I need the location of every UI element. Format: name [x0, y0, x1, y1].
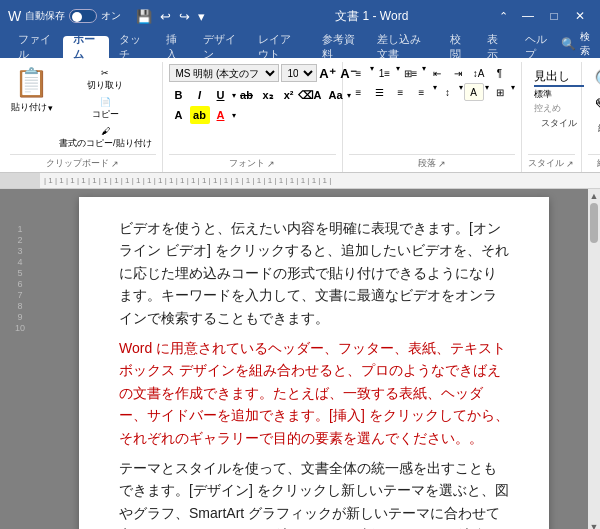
cut-button[interactable]: ✂ 切り取り: [55, 66, 156, 94]
tab-home[interactable]: ホーム: [63, 36, 109, 58]
ribbon-tabs-right: 🔍 検索: [561, 30, 592, 58]
ribbon-group-editing: 🔍✎ 編集 編集: [582, 62, 600, 172]
clipboard-expand-icon[interactable]: ↗: [111, 159, 119, 169]
styles-label-group: スタイル ↗: [528, 154, 575, 172]
bold-button[interactable]: B: [169, 86, 189, 104]
line-number: 5: [17, 268, 22, 278]
paste-label: 貼り付け: [11, 101, 47, 114]
line-spacing-button[interactable]: ↕: [438, 83, 458, 101]
paragraph-content: ≡ ▾ 1≡ ▾ ⊞≡ ▾ ⇤ ⇥ ↕A ¶ ≡ ☰ ≡ ≡ ▾: [349, 64, 515, 152]
format-painter-label: 書式のコピー/貼り付け: [59, 137, 152, 150]
multilevel-dropdown[interactable]: ▾: [422, 64, 426, 82]
text-highlight-button[interactable]: ab: [190, 106, 210, 124]
sort-button[interactable]: ↕A: [469, 64, 489, 82]
justify-button[interactable]: ≡: [412, 83, 432, 101]
tab-design[interactable]: デザイン: [193, 36, 248, 58]
superscript-button[interactable]: x²: [279, 86, 299, 104]
redo-button[interactable]: ↪: [176, 7, 193, 26]
editing-icon: 🔍✎: [594, 68, 600, 120]
border-dropdown[interactable]: ▾: [511, 83, 515, 101]
ruler-left-margin: [0, 173, 40, 188]
paste-button[interactable]: 📋: [10, 64, 53, 101]
tab-view[interactable]: 表示: [477, 36, 515, 58]
underline-button[interactable]: U: [211, 86, 231, 104]
line-number: 4: [17, 257, 22, 267]
line-number: 1: [17, 224, 22, 234]
autosave-toggle[interactable]: [69, 9, 97, 23]
justify-dropdown[interactable]: ▾: [433, 83, 437, 101]
tab-mailings[interactable]: 差し込み文書: [367, 36, 440, 58]
align-center-button[interactable]: ☰: [370, 83, 390, 101]
scroll-down-button[interactable]: ▼: [590, 522, 599, 529]
styles-group-label: スタイル: [528, 157, 564, 170]
autosave-area: 自動保存 オン: [25, 9, 121, 23]
shading-dropdown[interactable]: ▾: [485, 83, 489, 101]
paste-icon: 📋: [14, 66, 49, 99]
font-color-button[interactable]: A: [211, 106, 231, 124]
format-painter-icon: 🖌: [101, 126, 110, 136]
scrollbar-thumb[interactable]: [590, 203, 598, 243]
customize-button[interactable]: ▾: [195, 7, 208, 26]
decrease-indent-button[interactable]: ⇤: [427, 64, 447, 82]
paste-dropdown-icon[interactable]: ▾: [48, 103, 53, 113]
font-clear-button[interactable]: ⌫A: [300, 86, 320, 104]
paste-section: 📋 貼り付け ▾: [10, 64, 53, 114]
tab-references[interactable]: 参考資料: [312, 36, 367, 58]
ribbon: 📋 貼り付け ▾ ✂ 切り取り 📄 コピー 🖌 書式のコピー/: [0, 58, 600, 173]
maximize-button[interactable]: □: [542, 4, 566, 28]
ribbon-tabs: ファイル ホーム タッチ 挿入 デザイン レイアウト 参考資料 差し込み文書 校…: [0, 32, 600, 58]
tab-help[interactable]: ヘルプ: [515, 36, 561, 58]
ribbon-group-paragraph: ≡ ▾ 1≡ ▾ ⊞≡ ▾ ⇤ ⇥ ↕A ¶ ≡ ☰ ≡ ≡ ▾: [343, 62, 522, 172]
numbering-button[interactable]: 1≡: [375, 64, 395, 82]
save-button[interactable]: 💾: [133, 7, 155, 26]
para-buttons-container: ≡ ▾ 1≡ ▾ ⊞≡ ▾ ⇤ ⇥ ↕A ¶ ≡ ☰ ≡ ≡ ▾: [349, 64, 515, 101]
increase-indent-button[interactable]: ⇥: [448, 64, 468, 82]
editing-button[interactable]: 🔍✎ 編集: [588, 64, 600, 139]
align-left-button[interactable]: ≡: [349, 83, 369, 101]
undo-button[interactable]: ↩: [157, 7, 174, 26]
document-scroll[interactable]: ビデオを使うと、伝えたい内容を明確に表現できます。[オンライン ビデオ] をクリ…: [40, 189, 588, 529]
tab-insert[interactable]: 挿入: [156, 36, 194, 58]
ribbon-group-font: MS 明朝 (本文のフォント・ 10.5 A⁺ A⁻ B I: [163, 62, 343, 172]
format-painter-button[interactable]: 🖌 書式のコピー/貼り付け: [55, 124, 156, 152]
spacing-dropdown[interactable]: ▾: [459, 83, 463, 101]
font-color-dropdown[interactable]: ▾: [232, 111, 236, 120]
copy-button[interactable]: 📄 コピー: [55, 95, 156, 123]
scroll-up-button[interactable]: ▲: [590, 191, 599, 201]
minimize-button[interactable]: —: [516, 4, 540, 28]
bullets-button[interactable]: ≡: [349, 64, 369, 82]
text-effect-button[interactable]: A: [169, 106, 189, 124]
tab-file[interactable]: ファイル: [8, 36, 63, 58]
vertical-scrollbar[interactable]: ▲ ▼: [588, 189, 600, 529]
strikethrough-button[interactable]: ab: [237, 86, 257, 104]
undo-redo-area: 💾 ↩ ↪ ▾: [133, 7, 208, 26]
font-size-select[interactable]: 10.5: [281, 64, 317, 82]
font-grow-button[interactable]: A⁺: [318, 64, 338, 82]
tab-touch[interactable]: タッチ: [109, 36, 155, 58]
tab-review[interactable]: 校閲: [440, 36, 478, 58]
show-formatting-button[interactable]: ¶: [490, 64, 510, 82]
font-label-text: フォント: [229, 157, 265, 170]
ribbon-display-button[interactable]: ⌃: [493, 8, 514, 25]
italic-button[interactable]: I: [190, 86, 210, 104]
search-label[interactable]: 検索: [580, 30, 592, 58]
bullets-dropdown[interactable]: ▾: [370, 64, 374, 82]
tab-layout[interactable]: レイアウト: [248, 36, 312, 58]
styles-button[interactable]: 見出し 標準 控えめ スタイル: [528, 64, 590, 134]
style-heading: 見出し: [534, 68, 584, 87]
subscript-button[interactable]: x₂: [258, 86, 278, 104]
underline-dropdown[interactable]: ▾: [232, 91, 236, 100]
align-right-button[interactable]: ≡: [391, 83, 411, 101]
document-page[interactable]: ビデオを使うと、伝えたい内容を明確に表現できます。[オンライン ビデオ] をクリ…: [79, 197, 549, 529]
styles-expand-icon[interactable]: ↗: [566, 159, 574, 169]
close-button[interactable]: ✕: [568, 4, 592, 28]
multilevel-button[interactable]: ⊞≡: [401, 64, 421, 82]
font-name-select[interactable]: MS 明朝 (本文のフォント・: [169, 64, 279, 82]
styles-preview: 見出し 標準 控えめ: [534, 68, 584, 115]
font-expand-icon[interactable]: ↗: [267, 159, 275, 169]
word-icon: W: [8, 8, 21, 24]
border-button[interactable]: ⊞: [490, 83, 510, 101]
shading-button[interactable]: A: [464, 83, 484, 101]
numbering-dropdown[interactable]: ▾: [396, 64, 400, 82]
paragraph-expand-icon[interactable]: ↗: [438, 159, 446, 169]
